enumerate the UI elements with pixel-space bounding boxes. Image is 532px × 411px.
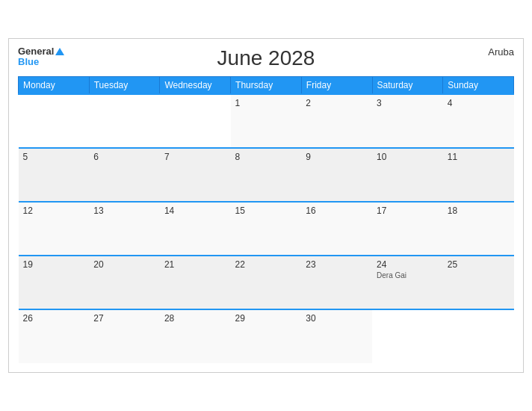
header-sunday: Sunday bbox=[443, 77, 514, 95]
day-number: 6 bbox=[93, 152, 155, 162]
week-row-5: 2627282930 bbox=[19, 309, 514, 363]
day-number: 8 bbox=[235, 152, 297, 162]
week-row-1: 1234 bbox=[19, 94, 514, 148]
day-number: 27 bbox=[93, 313, 155, 324]
day-cell bbox=[19, 94, 90, 148]
day-number: 2 bbox=[306, 98, 368, 108]
day-number: 29 bbox=[235, 313, 297, 324]
day-cell: 25 bbox=[443, 256, 514, 309]
day-cell: 24Dera Gai bbox=[372, 256, 443, 309]
week-row-4: 192021222324Dera Gai25 bbox=[19, 256, 514, 309]
day-cell: 19 bbox=[19, 256, 90, 309]
day-number: 1 bbox=[235, 98, 297, 108]
header-wednesday: Wednesday bbox=[160, 77, 231, 95]
day-number: 12 bbox=[23, 206, 85, 216]
logo: General Blue bbox=[18, 46, 64, 68]
day-number: 9 bbox=[306, 152, 368, 162]
day-cell: 18 bbox=[443, 202, 514, 256]
day-cell: 12 bbox=[19, 202, 90, 256]
country-label: Aruba bbox=[488, 46, 514, 58]
day-number: 22 bbox=[235, 259, 297, 270]
logo-blue-text: Blue bbox=[18, 57, 64, 67]
day-number: 19 bbox=[23, 259, 85, 270]
day-cell bbox=[160, 94, 231, 148]
day-number: 28 bbox=[164, 313, 226, 324]
day-cell: 29 bbox=[231, 309, 302, 363]
day-number: 16 bbox=[306, 206, 368, 216]
header-friday: Friday bbox=[301, 77, 372, 95]
day-number: 3 bbox=[377, 98, 439, 108]
day-cell: 8 bbox=[231, 148, 302, 202]
day-number: 14 bbox=[164, 206, 226, 216]
logo-general-text: General bbox=[18, 46, 54, 57]
day-number: 25 bbox=[448, 259, 510, 270]
weekday-header-row: Monday Tuesday Wednesday Thursday Friday… bbox=[19, 77, 514, 95]
day-cell: 9 bbox=[301, 148, 372, 202]
day-number: 7 bbox=[164, 152, 226, 162]
day-number: 4 bbox=[448, 98, 510, 108]
header-thursday: Thursday bbox=[231, 77, 302, 95]
day-cell: 22 bbox=[231, 256, 302, 309]
week-row-3: 12131415161718 bbox=[19, 202, 514, 256]
day-cell: 17 bbox=[372, 202, 443, 256]
day-cell: 7 bbox=[160, 148, 231, 202]
calendar-grid: Monday Tuesday Wednesday Thursday Friday… bbox=[18, 76, 514, 363]
day-number: 17 bbox=[377, 206, 439, 216]
day-number: 11 bbox=[448, 152, 510, 162]
day-number: 13 bbox=[93, 206, 155, 216]
day-cell bbox=[89, 94, 160, 148]
calendar-container: General Blue June 2028 Aruba Monday Tues… bbox=[8, 38, 524, 373]
day-cell: 23 bbox=[301, 256, 372, 309]
day-number: 24 bbox=[377, 259, 439, 270]
header-tuesday: Tuesday bbox=[89, 77, 160, 95]
calendar-header: General Blue June 2028 Aruba bbox=[18, 46, 514, 70]
day-number: 10 bbox=[377, 152, 439, 162]
day-cell bbox=[372, 309, 443, 363]
day-cell: 5 bbox=[19, 148, 90, 202]
day-number: 23 bbox=[306, 259, 368, 270]
day-cell: 30 bbox=[301, 309, 372, 363]
day-cell: 20 bbox=[89, 256, 160, 309]
day-cell: 26 bbox=[19, 309, 90, 363]
day-cell: 15 bbox=[231, 202, 302, 256]
day-cell: 13 bbox=[89, 202, 160, 256]
day-cell: 28 bbox=[160, 309, 231, 363]
day-cell: 4 bbox=[443, 94, 514, 148]
header-monday: Monday bbox=[19, 77, 90, 95]
day-cell: 11 bbox=[443, 148, 514, 202]
day-cell: 27 bbox=[89, 309, 160, 363]
day-cell: 14 bbox=[160, 202, 231, 256]
calendar-title: June 2028 bbox=[217, 46, 315, 70]
day-cell: 21 bbox=[160, 256, 231, 309]
day-cell: 6 bbox=[89, 148, 160, 202]
day-cell bbox=[443, 309, 514, 363]
logo-triangle-icon bbox=[55, 48, 64, 55]
day-cell: 2 bbox=[301, 94, 372, 148]
day-number: 30 bbox=[306, 313, 368, 324]
day-number: 18 bbox=[448, 206, 510, 216]
day-number: 26 bbox=[23, 313, 85, 324]
day-number: 21 bbox=[164, 259, 226, 270]
day-cell: 3 bbox=[372, 94, 443, 148]
day-number: 15 bbox=[235, 206, 297, 216]
day-cell: 16 bbox=[301, 202, 372, 256]
event-label: Dera Gai bbox=[377, 271, 439, 279]
week-row-2: 567891011 bbox=[19, 148, 514, 202]
day-number: 20 bbox=[93, 259, 155, 270]
day-number: 5 bbox=[23, 152, 85, 162]
header-saturday: Saturday bbox=[372, 77, 443, 95]
day-cell: 1 bbox=[231, 94, 302, 148]
day-cell: 10 bbox=[372, 148, 443, 202]
